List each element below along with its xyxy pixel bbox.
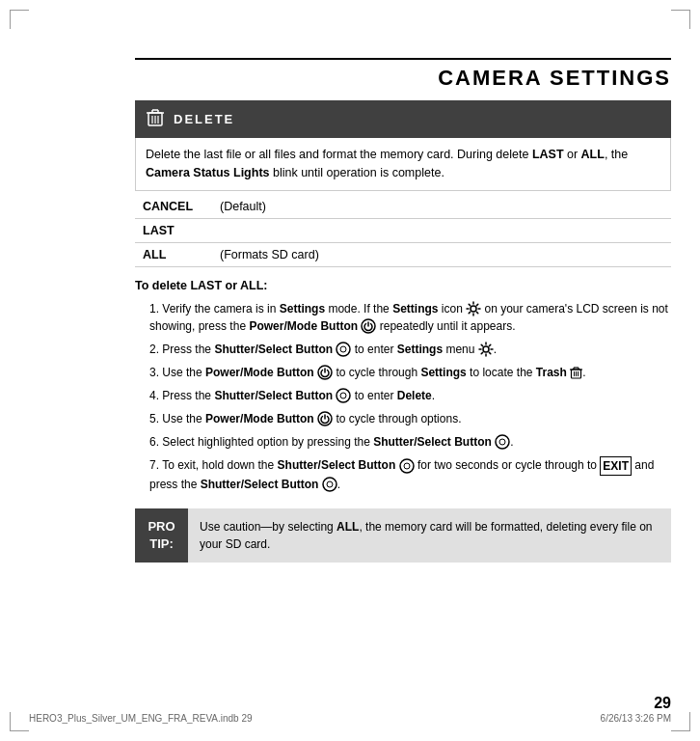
svg-point-10 (337, 343, 350, 356)
instructions-title: To delete LAST or ALL: (135, 279, 671, 292)
corner-mark-bl (10, 712, 29, 731)
step-3: 3. Use the Power/Mode Button to cycle th… (145, 364, 671, 381)
corner-mark-tr (671, 10, 690, 29)
footer-left: HERO3_Plus_Silver_UM_ENG_FRA_REVA.indb 2… (29, 713, 253, 724)
step-2: 2. Press the Shutter/Select Button to en… (145, 341, 671, 358)
svg-point-11 (340, 346, 346, 352)
step-6: 6. Select highlighted option by pressing… (145, 433, 671, 451)
svg-point-28 (404, 463, 410, 469)
svg-point-26 (499, 439, 505, 445)
pro-tip-line2: TIP: (149, 535, 174, 553)
settings-icon-2 (478, 342, 494, 357)
options-table: CANCEL (Default) LAST ALL (Formats SD ca… (135, 195, 671, 267)
option-last: LAST (135, 218, 671, 242)
power-mode-icon-1 (361, 318, 376, 334)
option-cancel-name: CANCEL (135, 195, 212, 219)
page-number: 29 (654, 695, 671, 712)
svg-point-22 (337, 389, 350, 402)
shutter-icon-6 (495, 434, 510, 450)
trash-icon (147, 108, 164, 130)
main-content: CAMERA SETTINGS DELETE Delete the la (135, 58, 671, 683)
power-mode-icon-3 (317, 365, 333, 380)
option-cancel-desc: (Default) (212, 195, 671, 219)
svg-point-27 (400, 459, 414, 473)
option-all: ALL (Formats SD card) (135, 242, 671, 266)
svg-point-29 (323, 478, 337, 491)
instructions-list: 1. Verify the camera is in Settings mode… (135, 300, 671, 493)
svg-point-8 (471, 306, 476, 312)
pro-tip-line1: PRO (148, 518, 175, 535)
step-5: 5. Use the Power/Mode Button to cycle th… (145, 410, 671, 427)
step-1: 1. Verify the camera is in Settings mode… (145, 300, 671, 335)
shutter-icon-7b (322, 477, 337, 492)
svg-point-25 (496, 435, 509, 449)
option-all-desc: (Formats SD card) (212, 242, 671, 266)
exit-text: EXIT (600, 456, 632, 476)
svg-point-30 (327, 481, 333, 487)
title-section: CAMERA SETTINGS (135, 58, 671, 91)
option-all-name: ALL (135, 242, 212, 266)
shutter-icon-7a (399, 458, 415, 474)
pro-tip-label: PRO TIP: (135, 508, 188, 563)
corner-mark-br (671, 712, 690, 731)
step-7: 7. To exit, hold down the Shutter/Select… (145, 456, 671, 493)
footer-right: 6/26/13 3:26 PM (601, 713, 671, 724)
option-cancel: CANCEL (Default) (135, 195, 671, 219)
step-4: 4. Press the Shutter/Select Button to en… (145, 387, 671, 404)
svg-point-23 (340, 393, 346, 398)
shutter-icon-2 (336, 342, 351, 357)
settings-icon-1 (466, 301, 481, 316)
description-box: Delete the last file or all files and fo… (135, 138, 671, 191)
shutter-icon-4 (336, 388, 351, 403)
pro-tip-box: PRO TIP: Use caution—by selecting ALL, t… (135, 508, 671, 563)
delete-header-bar: DELETE (135, 100, 671, 138)
option-last-name: LAST (135, 218, 212, 242)
page-title: CAMERA SETTINGS (135, 66, 671, 91)
delete-label: DELETE (174, 112, 234, 126)
pro-tip-content: Use caution—by selecting ALL, the memory… (188, 508, 671, 563)
power-mode-icon-5 (317, 411, 333, 426)
corner-mark-tl (10, 10, 29, 29)
description-text: Delete the last file or all files and fo… (146, 148, 628, 179)
instructions-section: To delete LAST or ALL: 1. Verify the cam… (135, 279, 671, 493)
svg-point-12 (483, 346, 489, 352)
page-container: CAMERA SETTINGS DELETE Delete the la (0, 0, 700, 741)
option-last-desc (212, 218, 671, 242)
trash-icon-3 (570, 366, 582, 379)
